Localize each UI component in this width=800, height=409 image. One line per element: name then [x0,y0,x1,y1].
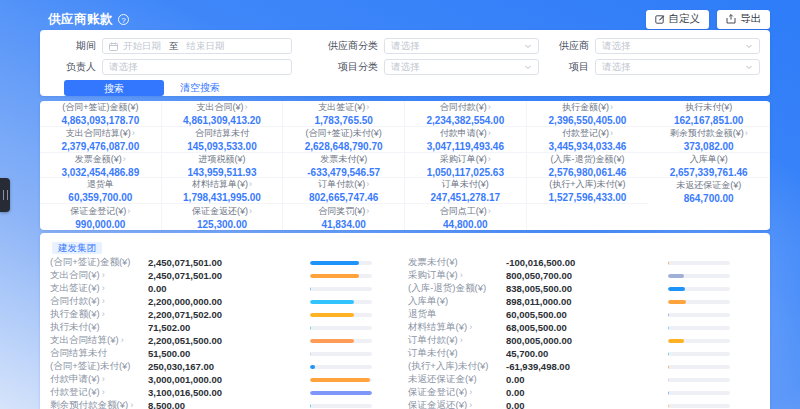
stat-value: 145,093,533.00 [187,141,257,152]
stat-card-cell[interactable]: 支出合同结算(¥)› 2,379,476,087.00 [40,127,162,153]
metric-label[interactable]: 发票未付(¥)› [408,256,506,269]
stat-card-cell[interactable]: 合同结算未付› 145,093,533.00 [162,127,284,153]
stat-value: 3,445,934,033.46 [549,141,627,152]
metric-bar-track [310,300,372,304]
metric-label[interactable]: 剩余预付款金额(¥)› [50,399,148,409]
stat-card-cell[interactable]: (执行+入库)未付(¥)› 1,527,596,433.00 [527,178,649,204]
stat-card-cell[interactable]: 支出签证(¥)› 1,783,765.50 [283,101,405,127]
metric-label[interactable]: 付款登记(¥)› [50,386,148,399]
drill-arrow-icon: › [366,103,369,112]
metric-label[interactable]: (合同+签证)未付(¥)› [50,360,148,373]
stat-card-cell[interactable]: 支出合同(¥)› 4,861,309,413.20 [162,101,284,127]
metric-label[interactable]: 合同结算未付› [50,347,148,360]
account-metric-row: 未返还保证金(¥)› 0.00 [408,373,758,386]
stat-card-cell[interactable]: 付款申请(¥)› 3,047,119,493.46 [405,127,527,153]
stat-card-cell[interactable]: 发票金额(¥)› 3,032,454,486.89 [40,153,162,179]
stat-card-cell[interactable]: › [648,204,770,230]
stat-card-cell[interactable]: 付款登记(¥)› 3,445,934,033.46 [527,127,649,153]
supplier-select[interactable]: 请选择 [595,38,760,54]
group-name-chip[interactable]: 建发集团 [52,242,102,254]
metric-label[interactable]: 保证金登记(¥)› [408,386,506,399]
metric-label[interactable]: (合同+签证)金额(¥)› [50,256,148,269]
metric-label[interactable]: 付款申请(¥)› [50,373,148,386]
account-metric-row: 支出合同结算(¥)› 2,200,051,500.00 [50,334,400,347]
stat-card-cell[interactable]: 进项税额(¥)› 143,959,511.93 [162,153,284,179]
project-category-select[interactable]: 请选择 [384,59,539,75]
stat-label: 发票金额(¥)› [75,153,126,166]
metric-bar-track [668,274,730,278]
metric-label[interactable]: 支出合同结算(¥)› [50,334,148,347]
stat-label: 未返还保证金(¥)› [676,179,741,192]
summary-stats-panel: (合同+签证)金额(¥)› 4,863,093,178.70 支出合同(¥)› … [40,101,770,230]
metric-label[interactable]: 保证金返还(¥)› [408,399,506,409]
stat-card-cell[interactable]: 保证金返还(¥)› 125,300.00 [162,204,284,230]
stat-value: 990,000.00 [75,219,125,230]
drill-arrow-icon: › [102,271,105,280]
drill-arrow-icon: › [745,129,748,138]
owner-select[interactable]: 请选择 [102,59,292,75]
stat-card-cell[interactable]: 合同点工(¥)› 44,800.00 [405,204,527,230]
clear-search-link[interactable]: 清空搜索 [180,81,220,95]
stat-card-cell[interactable]: 采购订单(¥)› 1,050,117,025.63 [405,153,527,179]
stat-card-cell[interactable]: (合同+签证)未付(¥)› 2,628,648,790.70 [283,127,405,153]
stat-card-cell[interactable]: 材料结算单(¥)› 1,798,431,995.00 [162,178,284,204]
metric-label[interactable]: 执行金额(¥)› [50,308,148,321]
metric-label[interactable]: 合同付款(¥)› [50,295,148,308]
search-button[interactable]: 搜索 [64,80,164,96]
stat-value: 2,657,339,761.46 [670,167,748,178]
metric-value: 3,000,001,000.00 [148,374,298,385]
stat-card-cell[interactable]: 入库单(¥)› 2,657,339,761.46 [648,153,770,179]
drill-arrow-icon: › [102,297,105,306]
metric-label[interactable]: 订单付款(¥)› [408,334,506,347]
metric-label[interactable]: 执行未付(¥)› [50,321,148,334]
metric-bar-track [310,352,372,356]
stat-card-cell[interactable]: 订单未付(¥)› 247,451,278.17 [405,178,527,204]
chevron-down-icon [745,42,753,50]
help-icon[interactable]: ? [118,14,129,25]
stat-card-cell[interactable]: 未返还保证金(¥)› 864,700.00 [648,178,770,204]
metric-bar-track [668,261,730,265]
export-button[interactable]: 导出 [717,10,770,29]
stat-label: 材料结算单(¥)› [192,178,252,191]
metric-bar [668,287,685,291]
metric-label[interactable]: 未返还保证金(¥)› [408,373,506,386]
supplier-category-select[interactable]: 请选择 [384,38,539,54]
metric-value: 60,005,500.00 [506,309,656,320]
drill-arrow-icon: › [469,401,472,409]
stat-card-cell[interactable]: (合同+签证)金额(¥)› 4,863,093,178.70 [40,101,162,127]
stat-card-cell[interactable]: › [527,204,649,230]
metric-label[interactable]: (执行+入库)未付(¥)› [408,360,506,373]
customize-button[interactable]: 自定义 [646,10,710,29]
metric-label[interactable]: 支出合同(¥)› [50,269,148,282]
stat-card-cell[interactable]: 执行金额(¥)› 2,396,550,405.00 [527,101,649,127]
stat-card-cell[interactable]: 合同奖罚(¥)› 41,834.00 [283,204,405,230]
stat-card-cell[interactable]: (入库-退货)金额(¥)› 2,576,980,061.46 [527,153,649,179]
filter-panel: 期间 开始日期 至 结束日期 供应商分类 请选择 供应商 请选择 负责人 请选择… [40,30,770,96]
metric-bar [668,339,684,343]
metric-label[interactable]: 订单未付(¥)› [408,347,506,360]
stat-card-cell[interactable]: 保证金登记(¥)› 990,000.00 [40,204,162,230]
stat-card-cell[interactable]: 退货单› 60,359,700.00 [40,178,162,204]
metric-bar-track [310,326,372,330]
metric-value: 2,200,051,500.00 [148,335,298,346]
metric-label[interactable]: 采购订单(¥)› [408,269,506,282]
metric-bar [310,391,372,395]
stat-card-cell[interactable]: 执行未付(¥)› 162,167,851.00 [648,101,770,127]
stat-card-cell[interactable]: 发票未付(¥)› -633,479,546.57 [283,153,405,179]
stat-card-cell[interactable]: 订单付款(¥)› 802,665,747.46 [283,178,405,204]
metric-bar-track [668,352,730,356]
metric-label[interactable]: 入库单(¥)› [408,295,506,308]
group-detail-panel: 建发集团 (合同+签证)金额(¥)› 2,450,071,501.00 支出合同… [40,233,770,409]
stat-card-cell[interactable]: 合同付款(¥)› 2,234,382,554.00 [405,101,527,127]
metric-label[interactable]: 材料结算单(¥)› [408,321,506,334]
metric-label[interactable]: 退货单› [408,308,506,321]
metric-label[interactable]: (入库-退货)金额(¥)› [408,282,506,295]
account-metric-row: 执行金额(¥)› 2,200,071,502.00 [50,308,400,321]
project-select[interactable]: 请选择 [595,59,760,75]
start-date-placeholder: 开始日期 [123,40,161,53]
account-metric-row: 材料结算单(¥)› 68,005,500.00 [408,321,758,334]
stat-card-cell[interactable]: 剩余预付款金额(¥)› 373,082.00 [648,127,770,153]
period-range-input[interactable]: 开始日期 至 结束日期 [102,38,292,54]
sidebar-collapse-handle[interactable] [0,178,10,212]
metric-label[interactable]: 支出签证(¥)› [50,282,148,295]
